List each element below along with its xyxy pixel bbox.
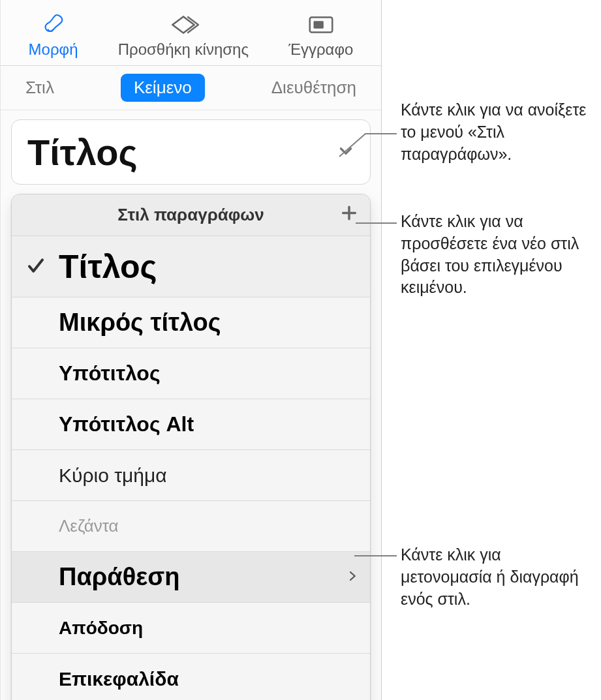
callout-add-style: Κάντε κλικ για να προσθέσετε ένα νέο στι…: [401, 211, 596, 299]
callout-open-menu: Κάντε κλικ για να ανοίξετε το μενού «Στι…: [401, 99, 596, 165]
callout-rename-delete: Κάντε κλικ για μετονομασία ή διαγραφή εν…: [401, 544, 596, 610]
